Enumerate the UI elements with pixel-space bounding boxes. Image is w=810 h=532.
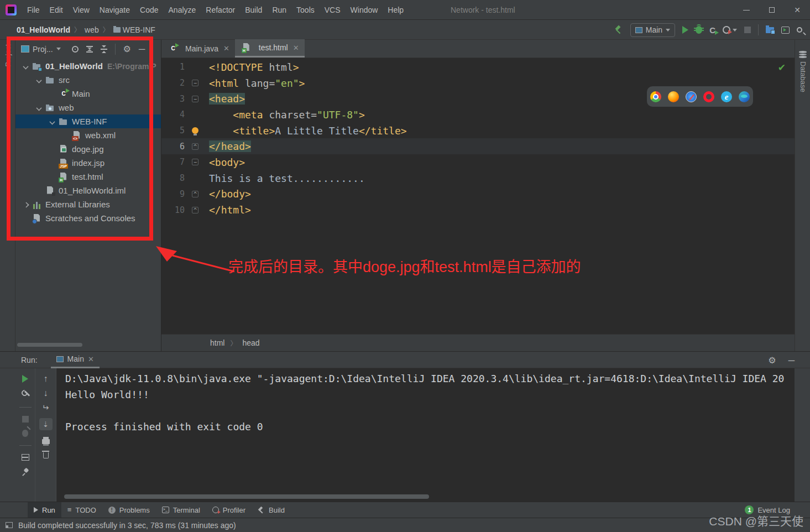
editor-tab-test.html[interactable]: Htest.html✕ [235,39,305,58]
project-horizontal-scrollbar[interactable] [17,343,82,347]
prev-occurrence-button[interactable]: ↑ [44,375,48,383]
tab-label: Main.java [185,44,218,53]
window-close-button[interactable]: ✕ [785,0,810,20]
code-line-9: 9^</body> [161,186,795,202]
intention-bulb-icon[interactable] [192,127,198,134]
window-minimize-button[interactable] [734,0,759,20]
run-configuration-selector[interactable]: Main [630,23,675,37]
code-text: <title>A Little Title</title> [209,125,407,137]
breadcrumb-item-01_HelloWorld[interactable]: 01_HelloWorld [17,25,70,34]
scroll-to-end-button[interactable]: ⇣ [39,418,53,430]
code-area[interactable]: 1<!DOCTYPE html>2−<html lang="en">3−<hea… [161,58,795,218]
search-everywhere-button[interactable] [797,27,802,33]
run-settings-gear-icon[interactable]: ⚙ [768,356,776,365]
fold-end-icon[interactable]: ^ [192,143,198,150]
tool-window-tab-terminal[interactable]: >_Terminal [156,502,206,518]
tool-window-tab-todo[interactable]: ≡TODO [61,502,102,518]
menu-tools[interactable]: Tools [291,0,320,20]
menu-navigate[interactable]: Navigate [95,0,135,20]
breadcrumb-separator: 〉 [74,25,81,34]
opera-browser-icon[interactable] [703,91,714,102]
line-number: 2 [166,78,185,88]
chrome-browser-icon[interactable] [650,91,661,102]
menu-analyze[interactable]: Analyze [164,0,201,20]
stop-button[interactable] [744,27,751,33]
firefox-browser-icon[interactable] [668,91,679,102]
menu-build[interactable]: Build [240,0,267,20]
ie-browser-icon[interactable]: e [721,91,732,102]
run-button[interactable] [682,26,688,34]
next-occurrence-button[interactable]: ↓ [44,389,48,397]
menu-run[interactable]: Run [267,0,291,20]
window-maximize-button[interactable] [759,0,785,20]
code-line-4: 4 <meta charset="UTF-8"> [161,107,795,123]
fold-end-icon[interactable]: ^ [192,207,198,213]
profiler-button[interactable] [723,26,730,34]
close-icon[interactable]: ✕ [293,44,299,52]
tool-window-tab-build[interactable]: Build [252,502,291,518]
menu-help[interactable]: Help [383,0,409,20]
menu-edit[interactable]: Edit [45,0,68,20]
print-button[interactable] [42,439,50,444]
fold-collapse-icon[interactable]: − [192,80,198,86]
tool-window-tab-profiler[interactable]: Profiler [206,502,252,518]
menu-vcs[interactable]: VCS [320,0,346,20]
bottom-tabs: Run≡TODO!Problems>_TerminalProfilerBuild [28,502,291,518]
breadcrumb-separator: 〉 [103,25,109,34]
run-minimize-button[interactable]: ─ [788,358,795,363]
edit-configuration-button[interactable] [21,390,30,399]
code-text: </head> [209,140,251,152]
code-text: <!DOCTYPE html> [209,61,299,73]
breadcrumb-item-web[interactable]: web [85,25,99,34]
soft-wrap-button[interactable]: ↵ [42,404,49,411]
profiler-dropdown-icon[interactable] [733,29,737,32]
code-text: <html lang="en"> [209,77,305,89]
minimize-icon [743,10,750,11]
tool-window-tab-problems[interactable]: !Problems [102,502,156,518]
window-title: Network - test.html [451,0,515,20]
editor-breadcrumb-html[interactable]: html [210,338,224,347]
safari-browser-icon[interactable] [686,91,697,102]
fold-collapse-icon[interactable]: − [192,159,198,165]
code-line-6: 6^</head> [161,138,795,154]
sidebar-item-database[interactable]: Database [795,45,810,92]
fold-end-icon[interactable]: ^ [192,191,198,197]
rerun-button[interactable] [22,375,28,383]
editor-breadcrumb-head[interactable]: head [242,338,259,347]
pin-tab-button[interactable] [22,468,29,476]
menu-refactor[interactable]: Refactor [201,0,240,20]
run-anything-button[interactable] [781,27,790,34]
close-icon[interactable]: ✕ [223,44,229,53]
console-horizontal-scrollbar[interactable] [64,494,429,499]
clear-console-button[interactable] [43,452,49,458]
code-text: <body> [209,157,245,168]
editor-area[interactable]: CMain.java✕Htest.html✕ 1<!DOCTYPE html>2… [161,40,795,351]
menu-view[interactable]: View [68,0,95,20]
run-console[interactable]: D:\Java\jdk-11.0.8\bin\java.exe "-javaag… [56,368,795,502]
tool-window-tab-run[interactable]: Run [28,502,61,518]
line-number: 1 [166,62,185,72]
run-tab-main[interactable]: Main ✕ [51,351,100,368]
build-hammer-button[interactable] [614,25,623,34]
code-text: <head> [209,93,245,105]
fold-collapse-icon[interactable]: − [192,96,198,102]
toolbar-divider [19,445,32,446]
menu-window[interactable]: Window [346,0,383,20]
code-line-10: 10^</html> [161,202,795,218]
stop-process-button[interactable] [22,416,29,423]
coverage-button[interactable]: C [709,25,715,35]
editor-tab-Main.java[interactable]: CMain.java✕ [161,39,235,58]
editor-breadcrumb: html〉head [161,334,795,351]
todo-icon: ≡ [67,507,72,513]
breadcrumb-item-WEB-INF[interactable]: WEB-INF [113,25,155,34]
restore-layout-button[interactable] [22,454,29,461]
project-view-button[interactable] [766,27,774,33]
menu-file[interactable]: File [22,0,45,20]
attach-debugger-button[interactable] [22,430,28,437]
debug-button[interactable] [696,26,702,34]
menu-code[interactable]: Code [135,0,163,20]
code-text: </body> [209,188,251,200]
close-icon[interactable]: ✕ [88,355,94,363]
edge-browser-icon[interactable] [739,91,750,102]
chevron-down-icon [666,29,670,32]
